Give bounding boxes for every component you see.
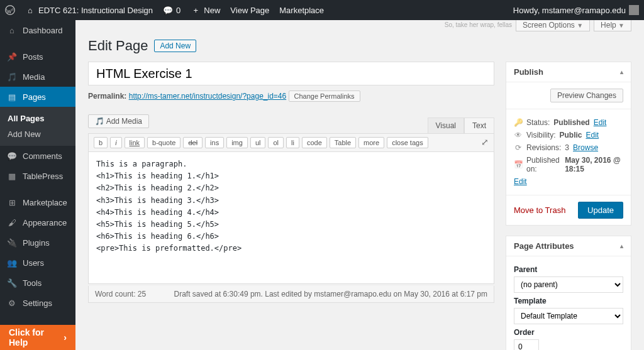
qt-more[interactable]: more [358,137,384,148]
revisions-value: 3 [565,143,569,152]
admin-bar: ⌂EDTC 621: Instructional Design 💬0 +New … [0,0,644,20]
calendar-icon: 📅 [514,160,523,169]
status-label: Status: [526,118,550,127]
content-editor[interactable] [88,152,494,284]
page-title: Edit Page [88,38,148,54]
preview-changes-button[interactable]: Preview Changes [550,89,623,102]
submenu-add-new[interactable]: Add New [0,126,75,142]
menu-comments[interactable]: 💬Comments [0,146,75,166]
content-area: So, take her wrap, fellas Screen Options… [75,20,644,350]
move-to-trash[interactable]: Move to Trash [514,205,565,215]
menu-pages[interactable]: ▤Pages [0,87,75,107]
change-permalinks-button[interactable]: Change Permalinks [289,90,360,102]
pages-submenu: All Pages Add New [0,107,75,146]
marketplace-link[interactable]: Marketplace [279,6,324,15]
users-icon: 👥 [6,257,18,268]
add-media-button[interactable]: 🎵 Add Media [88,114,149,128]
parent-label: Parent [514,265,623,274]
site-title-text: EDTC 621: Instructional Design [38,6,153,15]
qt-ul[interactable]: ul [250,137,266,148]
published-label: Published on: [526,156,561,173]
qt-ins[interactable]: ins [205,137,224,148]
menu-marketplace[interactable]: ⊞Marketplace [0,192,75,212]
howdy-account[interactable]: Howdy, mstamer@ramapo.edu [513,5,639,15]
qt-ol[interactable]: ol [268,137,284,148]
tab-text[interactable]: Text [464,118,494,133]
qt-bquote[interactable]: b-quote [147,137,180,148]
plus-icon: + [191,5,201,15]
edit-status[interactable]: Edit [594,118,607,127]
toggle-icon[interactable]: ▴ [620,68,623,75]
menu-posts-label: Posts [23,52,43,62]
qt-i[interactable]: i [110,137,121,148]
menu-dashboard[interactable]: ⌂Dashboard [0,20,75,40]
help-toggle[interactable]: Help ▼ [594,20,631,31]
view-page-link[interactable]: View Page [230,6,269,15]
qt-del[interactable]: del [183,137,203,148]
toggle-icon[interactable]: ▴ [620,243,623,249]
site-name[interactable]: ⌂EDTC 621: Instructional Design [25,5,153,15]
wordpress-icon [5,5,15,15]
menu-appearance[interactable]: 🖌Appearance [0,212,75,232]
howdy-text: Howdy, mstamer@ramapo.edu [513,6,626,15]
menu-appearance-label: Appearance [23,218,67,227]
settings-icon: ⚙ [6,297,18,309]
grid-icon: ⊞ [6,197,18,208]
parent-select[interactable]: (no parent) [514,276,623,293]
menu-tablepress[interactable]: ▦TablePress [0,166,75,186]
table-icon: ▦ [6,170,18,182]
revisions-icon: ⟳ [514,143,523,152]
browse-revisions[interactable]: Browse [573,143,598,152]
menu-plugins[interactable]: 🔌Plugins [0,232,75,253]
update-button[interactable]: Update [578,202,623,219]
permalink-row: Permalink: http://ms-tamer.net/instructd… [88,90,494,102]
template-select[interactable]: Default Template [514,308,623,324]
key-icon: 🔑 [514,118,523,127]
qt-close-tags[interactable]: close tags [387,137,428,148]
menu-tools[interactable]: 🔧Tools [0,273,75,293]
comment-icon: 💬 [6,150,18,161]
qt-img[interactable]: img [226,137,248,148]
chevron-right-icon: › [64,332,67,342]
permalink-url[interactable]: http://ms-tamer.net/instructdesign/?page… [129,92,286,101]
menu-settings-label: Settings [23,298,52,308]
post-title-input[interactable] [88,62,494,85]
page-icon: ▤ [6,91,18,102]
qt-link[interactable]: link [125,137,145,148]
page-attributes-box: Page Attributes▴ Parent (no parent) Temp… [506,236,631,350]
menu-pages-label: Pages [23,92,46,102]
click-for-help-button[interactable]: Click for Help› [0,325,75,350]
tagline-text: So, take her wrap, fellas [445,21,512,28]
qt-b[interactable]: b [94,137,108,148]
qt-li[interactable]: li [286,137,299,148]
menu-media[interactable]: 🎵Media [0,67,75,87]
menu-comments-label: Comments [23,151,62,161]
edit-published-date[interactable]: Edit [514,177,527,186]
permalink-label: Permalink: [88,92,126,101]
comments-link[interactable]: 💬0 [163,5,180,15]
new-content[interactable]: +New [191,5,220,15]
save-status: Draft saved at 6:30:49 pm. Last edited b… [174,290,487,298]
fullscreen-icon[interactable]: ⤢ [481,137,489,148]
tab-visual[interactable]: Visual [428,118,464,133]
menu-settings[interactable]: ⚙Settings [0,293,75,313]
wp-logo[interactable] [5,5,15,15]
admin-sidebar: ⌂Dashboard 📌Posts 🎵Media ▤Pages All Page… [0,20,75,350]
qt-code[interactable]: code [302,137,327,148]
order-input[interactable] [514,339,539,350]
page-attributes-title: Page Attributes [514,241,574,251]
screen-options-toggle[interactable]: Screen Options ▼ [516,20,590,31]
brush-icon: 🖌 [6,217,18,228]
click-for-help-label: Click for Help [9,327,64,347]
wrench-icon: 🔧 [6,277,18,288]
plugin-icon: 🔌 [6,237,18,248]
qt-table[interactable]: Table [330,137,356,148]
add-media-label: Add Media [106,117,142,126]
word-count: Word count: 25 [95,290,146,298]
edit-visibility[interactable]: Edit [586,131,599,139]
revisions-label: Revisions: [526,143,561,152]
menu-posts[interactable]: 📌Posts [0,46,75,67]
menu-users[interactable]: 👥Users [0,253,75,273]
submenu-all-pages[interactable]: All Pages [0,111,75,126]
add-new-button[interactable]: Add New [154,40,196,52]
